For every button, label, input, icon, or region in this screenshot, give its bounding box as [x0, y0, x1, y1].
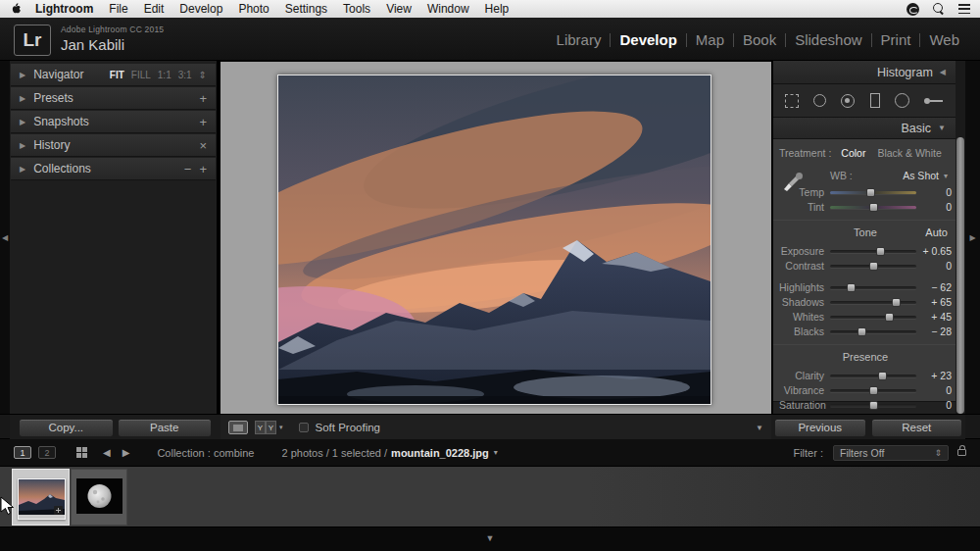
radial-filter-icon[interactable]: [895, 93, 909, 108]
highlights-slider[interactable]: [830, 286, 916, 289]
treatment-bw-button[interactable]: Black & White: [877, 147, 941, 159]
exposure-slider[interactable]: [830, 250, 916, 253]
menu-tools[interactable]: Tools: [343, 2, 370, 16]
presets-panel-header[interactable]: ▶ Presets +: [11, 87, 216, 110]
previous-button[interactable]: Previous: [774, 419, 866, 437]
module-print[interactable]: Print: [872, 31, 920, 48]
collapse-left-arrow-icon[interactable]: ◀: [2, 233, 8, 242]
before-after-right-icon[interactable]: Y: [266, 421, 276, 434]
slider-thumb[interactable]: [869, 401, 878, 410]
before-after-left-icon[interactable]: Y: [255, 421, 266, 434]
disclosure-triangle-icon[interactable]: ▶: [20, 118, 25, 126]
before-after-view-icon[interactable]: Y Y: [255, 421, 276, 434]
left-panel-collapse-strip[interactable]: ◀: [0, 61, 10, 414]
treatment-color-button[interactable]: Color: [841, 147, 865, 159]
slider-thumb[interactable]: [885, 313, 894, 322]
collection-source-label[interactable]: Collection : combine: [157, 447, 254, 459]
soft-proofing-label[interactable]: Soft Proofing: [316, 422, 380, 433]
snapshots-panel-header[interactable]: ▶ Snapshots +: [11, 111, 216, 133]
wb-dropdown-icon[interactable]: ▾: [944, 172, 948, 180]
right-panel-scrollbar[interactable]: [956, 61, 965, 414]
second-window-button[interactable]: 2: [38, 446, 56, 459]
spotlight-search-icon[interactable]: [933, 3, 945, 15]
disclosure-triangle-icon[interactable]: ▶: [20, 94, 25, 103]
apple-menu-icon[interactable]: [10, 2, 22, 16]
previous-photo-icon[interactable]: ◀: [103, 447, 111, 458]
zoom-level-updown-icon[interactable]: ⇕: [199, 70, 207, 80]
basic-disclosure-icon[interactable]: ▼: [938, 124, 946, 132]
menu-window[interactable]: Window: [427, 2, 469, 16]
clear-history-button[interactable]: ×: [199, 138, 207, 153]
create-snapshot-button[interactable]: +: [199, 115, 207, 129]
create-preset-button[interactable]: +: [199, 91, 207, 106]
main-window-button[interactable]: 1: [14, 446, 31, 459]
next-photo-icon[interactable]: ▶: [122, 447, 130, 458]
selected-filename[interactable]: mountain_0228.jpg: [391, 447, 489, 459]
filter-dropdown[interactable]: Filters Off ⇕: [833, 445, 949, 461]
disclosure-triangle-icon[interactable]: ▶: [20, 141, 25, 150]
histogram-panel-header[interactable]: Histogram ◀: [773, 61, 956, 84]
notification-center-icon[interactable]: [958, 4, 970, 14]
right-panel-collapse-strip[interactable]: ▶: [965, 61, 980, 414]
menu-edit[interactable]: Edit: [144, 2, 165, 16]
module-web[interactable]: Web: [920, 31, 968, 48]
history-panel-header[interactable]: ▶ History ×: [11, 134, 216, 157]
crop-overlay-icon[interactable]: [785, 94, 799, 108]
thumbnail-mountain-selected[interactable]: [12, 469, 70, 526]
scrollbar-thumb[interactable]: [956, 137, 964, 414]
reset-button[interactable]: Reset: [871, 419, 963, 437]
saturation-slider[interactable]: [830, 404, 916, 407]
menu-develop[interactable]: Develop: [179, 2, 222, 16]
menu-view[interactable]: View: [386, 2, 412, 16]
slider-thumb[interactable]: [869, 203, 878, 212]
slider-thumb[interactable]: [869, 262, 878, 271]
temp-slider[interactable]: [830, 191, 916, 194]
module-slideshow[interactable]: Slideshow: [786, 31, 870, 48]
menu-file[interactable]: File: [109, 2, 127, 16]
navigator-panel-header[interactable]: ▶ Navigator FIT FILL 1:1 3:1 ⇕: [11, 64, 216, 86]
basic-panel-header[interactable]: Basic ▼: [773, 118, 956, 139]
source-dropdown-icon[interactable]: ▾: [494, 448, 498, 457]
slider-thumb[interactable]: [866, 188, 875, 197]
tint-slider[interactable]: [830, 206, 916, 209]
zoom-fill-button[interactable]: FILL: [131, 70, 151, 80]
menu-settings[interactable]: Settings: [285, 2, 327, 16]
slider-thumb[interactable]: [878, 372, 887, 380]
whites-slider[interactable]: [830, 316, 916, 319]
module-develop[interactable]: Develop: [611, 31, 685, 48]
wb-value-dropdown[interactable]: As Shot: [903, 170, 939, 181]
clarity-slider[interactable]: [830, 375, 916, 377]
slider-thumb[interactable]: [876, 247, 885, 256]
red-eye-correction-icon[interactable]: [841, 94, 855, 108]
soft-proofing-checkbox[interactable]: [299, 423, 309, 432]
menu-photo[interactable]: Photo: [238, 2, 269, 16]
main-photo[interactable]: [277, 75, 711, 405]
auto-tone-button[interactable]: Auto: [925, 226, 948, 238]
paste-button[interactable]: Paste: [118, 419, 213, 437]
disclosure-triangle-icon[interactable]: ▶: [20, 71, 25, 79]
blacks-slider[interactable]: [830, 330, 916, 333]
grid-view-icon[interactable]: [76, 447, 87, 458]
slider-thumb[interactable]: [847, 283, 856, 292]
toolbar-content-dropdown-icon[interactable]: ▼: [756, 424, 763, 432]
thumbnail-image[interactable]: [76, 478, 122, 518]
module-map[interactable]: Map: [687, 31, 733, 48]
view-mode-dropdown-icon[interactable]: ▾: [279, 424, 283, 431]
filmstrip-collapse-strip[interactable]: ▼: [0, 527, 980, 551]
module-library[interactable]: Library: [548, 31, 611, 48]
collapse-right-arrow-icon[interactable]: ▶: [969, 233, 975, 242]
slider-thumb[interactable]: [869, 386, 878, 395]
filter-updown-icon[interactable]: ⇕: [934, 448, 942, 458]
spot-removal-icon[interactable]: [813, 94, 826, 107]
remove-collection-button[interactable]: −: [184, 162, 192, 176]
zoom-1-1-button[interactable]: 1:1: [158, 70, 172, 80]
collapse-down-arrow-icon[interactable]: ▼: [486, 533, 495, 543]
thumbnail-moon[interactable]: [71, 469, 127, 526]
shadows-slider[interactable]: [830, 301, 916, 304]
zoom-fit-button[interactable]: FIT: [110, 70, 124, 80]
loupe-view-icon[interactable]: [228, 421, 248, 434]
module-book[interactable]: Book: [734, 31, 785, 48]
white-balance-eyedropper-icon[interactable]: [781, 165, 805, 196]
zoom-3-1-button[interactable]: 3:1: [178, 70, 192, 80]
disclosure-triangle-icon[interactable]: ▶: [20, 165, 25, 174]
